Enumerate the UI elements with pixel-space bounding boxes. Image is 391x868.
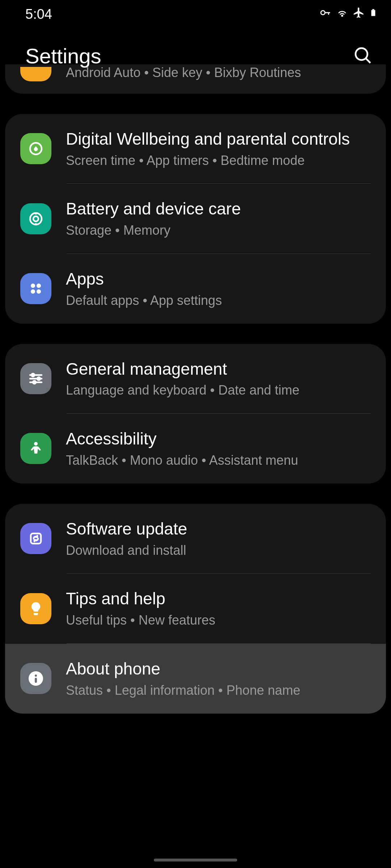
settings-item-title: Apps xyxy=(66,268,371,290)
general-icon xyxy=(20,363,51,394)
settings-list: Android Auto • Side key • Bixby Routines… xyxy=(0,64,391,714)
svg-point-18 xyxy=(34,442,38,446)
settings-item-subtitle: Language and keyboard • Date and time xyxy=(66,382,371,399)
settings-item-advanced[interactable]: Android Auto • Side key • Bixby Routines xyxy=(5,64,386,94)
settings-group: Digital Wellbeing and parental controlsS… xyxy=(5,114,386,324)
settings-item-title: Digital Wellbeing and parental controls xyxy=(66,128,371,150)
settings-item-apps[interactable]: AppsDefault apps • App settings xyxy=(5,254,386,324)
airplane-icon xyxy=(353,7,365,22)
status-icons xyxy=(319,7,377,22)
apps-icon xyxy=(20,273,51,304)
search-button[interactable] xyxy=(353,45,373,67)
settings-item-software-update[interactable]: Software updateDownload and install xyxy=(5,504,386,574)
vpn-key-icon xyxy=(319,7,332,22)
svg-rect-2 xyxy=(372,9,374,10)
settings-item-title: About phone xyxy=(66,658,371,680)
svg-point-8 xyxy=(31,284,35,288)
settings-item-title: Accessibility xyxy=(66,428,371,450)
settings-item-title: Battery and device care xyxy=(66,198,371,220)
navigation-handle[interactable] xyxy=(154,859,237,861)
settings-group: Software updateDownload and installTips … xyxy=(5,504,386,714)
battery-icon xyxy=(369,7,377,22)
tips-icon xyxy=(20,593,51,624)
svg-rect-19 xyxy=(31,533,41,544)
settings-group: General managementLanguage and keyboard … xyxy=(5,344,386,484)
svg-rect-22 xyxy=(35,678,37,683)
svg-point-9 xyxy=(37,284,41,288)
settings-item-battery[interactable]: Battery and device careStorage • Memory xyxy=(5,184,386,254)
settings-item-about[interactable]: About phoneStatus • Legal information • … xyxy=(5,644,386,714)
status-bar: 5:04 xyxy=(0,0,391,26)
accessibility-icon xyxy=(20,433,51,464)
settings-item-subtitle: Status • Legal information • Phone name xyxy=(66,682,371,699)
battery-icon xyxy=(20,203,51,234)
digital-wellbeing-icon xyxy=(20,133,51,164)
settings-group-partial: Android Auto • Side key • Bixby Routines xyxy=(5,64,386,94)
about-icon xyxy=(20,663,51,694)
wifi-icon xyxy=(336,7,348,22)
svg-point-21 xyxy=(35,675,37,677)
svg-point-13 xyxy=(31,374,34,376)
settings-item-subtitle: Screen time • App timers • Bedtime mode xyxy=(66,152,371,169)
settings-item-title: Tips and help xyxy=(66,588,371,610)
settings-item-subtitle: Android Auto • Side key • Bixby Routines xyxy=(66,64,371,81)
software-update-icon xyxy=(20,523,51,554)
svg-point-15 xyxy=(37,377,40,380)
status-time: 5:04 xyxy=(25,7,52,22)
settings-item-general[interactable]: General managementLanguage and keyboard … xyxy=(5,344,386,414)
settings-item-accessibility[interactable]: AccessibilityTalkBack • Mono audio • Ass… xyxy=(5,414,386,484)
svg-point-11 xyxy=(37,289,41,294)
settings-item-subtitle: Download and install xyxy=(66,542,371,559)
advanced-icon xyxy=(20,67,51,81)
svg-point-17 xyxy=(33,381,36,384)
svg-point-10 xyxy=(31,289,35,294)
settings-item-subtitle: Default apps • App settings xyxy=(66,292,371,309)
settings-item-subtitle: Useful tips • New features xyxy=(66,612,371,629)
settings-item-title: General management xyxy=(66,358,371,380)
svg-line-4 xyxy=(366,58,370,63)
svg-point-6 xyxy=(30,213,42,225)
settings-item-tips[interactable]: Tips and helpUseful tips • New features xyxy=(5,574,386,643)
search-icon xyxy=(353,45,373,65)
svg-rect-1 xyxy=(371,10,375,16)
svg-point-0 xyxy=(321,10,325,14)
settings-item-digital-wellbeing[interactable]: Digital Wellbeing and parental controlsS… xyxy=(5,114,386,184)
settings-item-subtitle: TalkBack • Mono audio • Assistant menu xyxy=(66,452,371,469)
settings-item-title: Software update xyxy=(66,518,371,540)
svg-point-3 xyxy=(356,48,367,60)
settings-item-subtitle: Storage • Memory xyxy=(66,222,371,239)
svg-point-7 xyxy=(33,216,38,221)
